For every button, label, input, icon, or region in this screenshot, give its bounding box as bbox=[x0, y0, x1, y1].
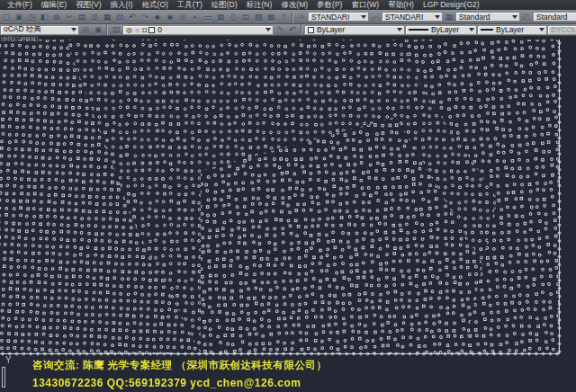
menu-item[interactable]: 帮助(H) bbox=[383, 0, 418, 10]
help-icon[interactable]: ? bbox=[277, 11, 290, 22]
qnew-icon[interactable]: ▢ bbox=[0, 11, 13, 22]
designcenter-icon[interactable]: ▦ bbox=[214, 11, 227, 22]
chevron-down-icon bbox=[435, 15, 440, 19]
undo-icon[interactable]: ↶ bbox=[126, 11, 139, 22]
linetype-value: ByLayer bbox=[431, 25, 459, 34]
zoom-previous-icon[interactable]: ◐ bbox=[189, 11, 202, 22]
menu-item[interactable]: 标注(N) bbox=[242, 0, 277, 10]
mleader-style-value: Standard bbox=[536, 13, 568, 22]
color-swatch bbox=[308, 27, 314, 33]
viewport-controls[interactable]: [俯视][二维线框] bbox=[1, 37, 38, 42]
properties-toolbar: oCAD 经典 ◎ ▣ ▤ ◍☼◘ 0 ✎ ↶ ByLayer bbox=[0, 24, 576, 36]
table-style-value: Standard bbox=[459, 13, 490, 22]
zoom-realtime-icon[interactable]: ◉ bbox=[164, 11, 176, 22]
menu-item[interactable]: 插入(I) bbox=[106, 0, 138, 10]
layer-on-icon: ◍ bbox=[126, 26, 132, 34]
menu-item[interactable]: 工具(T) bbox=[173, 0, 207, 10]
plot-preview-icon[interactable]: ◧ bbox=[38, 11, 50, 22]
plot-icon[interactable]: ◳ bbox=[25, 11, 38, 22]
chevron-down-icon bbox=[361, 15, 366, 19]
markup-icon[interactable]: ▨ bbox=[252, 11, 265, 22]
pan-icon[interactable]: ◈ bbox=[151, 11, 164, 22]
plot-style-value: BYCOLOR bbox=[551, 25, 576, 34]
contact-overlay: 咨询交流: 陈鹰 光学专案经理 （深圳市跃创达科技有限公司） 134306722… bbox=[32, 356, 563, 392]
lineweight-value: ByLayer bbox=[496, 25, 524, 34]
table-style-combo[interactable]: Standard bbox=[455, 12, 520, 22]
tool-palettes-icon[interactable]: ▯ bbox=[227, 11, 239, 22]
workspace-value: oCAD 经典 bbox=[4, 25, 41, 35]
cut-icon[interactable]: ✂ bbox=[63, 11, 76, 22]
lineweight-combo[interactable]: ByLayer bbox=[477, 25, 547, 35]
layer-properties-manager-icon[interactable]: ▤ bbox=[110, 24, 122, 36]
layer-color-swatch bbox=[148, 27, 155, 33]
dim-style-value: STANDARI bbox=[385, 13, 423, 22]
paste-block-icon[interactable]: ▦ bbox=[101, 11, 113, 22]
menu-item[interactable]: 参数(P) bbox=[312, 0, 346, 10]
layer-state-icons: ◍☼◘ bbox=[126, 26, 148, 34]
chevron-down-icon bbox=[266, 28, 271, 31]
contact-line2: 13430672236 QQ:569192379 ycd_chen@126.co… bbox=[32, 374, 563, 392]
contact-line1: 咨询交流: 陈鹰 光学专案经理 （深圳市跃创达科技有限公司） bbox=[32, 356, 563, 374]
sheetset-manager-icon[interactable]: ▤ bbox=[239, 11, 252, 22]
match-properties-icon[interactable]: ▧ bbox=[113, 11, 126, 22]
menu-item[interactable]: 修改(M) bbox=[276, 0, 312, 10]
zoom-window-icon[interactable]: ◎ bbox=[176, 11, 189, 22]
linetype-sample bbox=[409, 29, 428, 31]
text-style-value: STANDARI bbox=[311, 13, 349, 22]
lineweight-sample bbox=[481, 29, 493, 31]
menu-item[interactable]: 文件(F) bbox=[3, 0, 37, 10]
dim-style-combo[interactable]: STANDARI bbox=[382, 12, 443, 22]
chevron-down-icon bbox=[512, 15, 518, 19]
workspace-settings-icon[interactable]: ◎ bbox=[79, 24, 92, 36]
copy-icon[interactable]: ▤ bbox=[76, 11, 88, 22]
ucs-y-axis bbox=[2, 367, 5, 388]
menu-bar: 文件(F)编辑(E)视图(V)插入(I)格式(O)工具(T)绘图(D)标注(N)… bbox=[0, 0, 576, 10]
linetype-combo[interactable]: ByLayer bbox=[405, 25, 477, 35]
table-style-icon[interactable]: ▦ bbox=[443, 11, 455, 22]
color-value: ByLayer bbox=[317, 25, 345, 34]
mleader-style-icon[interactable]: ◸ bbox=[520, 11, 533, 22]
color-combo[interactable]: ByLayer bbox=[304, 25, 405, 35]
layer-lock-icon: ◘ bbox=[142, 26, 147, 34]
mleader-style-combo[interactable]: Standard bbox=[533, 12, 576, 22]
toolbar-separator bbox=[106, 24, 108, 35]
plot-style-combo: BYCOLOR bbox=[547, 25, 576, 35]
drawing-area[interactable]: [俯视][二维线框] Y 咨询交流: 陈鹰 光学专案经理 （深圳市跃创达科技有限… bbox=[0, 36, 576, 392]
drawing-canvas[interactable] bbox=[0, 36, 576, 392]
properties-palette-icon[interactable]: ▭ bbox=[202, 11, 214, 22]
chevron-down-icon bbox=[397, 28, 402, 31]
ucs-icon: Y bbox=[2, 355, 16, 388]
quickcalc-icon[interactable]: ▩ bbox=[265, 11, 277, 22]
standard-toolbar-icons: ▢▣◳◧◍✂▤▥▦▧↶↷◈◉◎◐▭▦▯▤▨▩? bbox=[0, 11, 290, 22]
workspace-combo[interactable]: oCAD 经典 bbox=[0, 25, 79, 35]
ucs-y-label: Y bbox=[2, 355, 16, 365]
layer-combo[interactable]: ◍☼◘ 0 bbox=[122, 25, 274, 35]
redo-icon[interactable]: ↷ bbox=[139, 11, 151, 22]
layer-freeze-icon: ☼ bbox=[134, 26, 140, 34]
standard-toolbar: ▢▣◳◧◍✂▤▥▦▧↶↷◈◉◎◐▭▦▯▤▨▩? A STANDARI ⌐ STA… bbox=[0, 10, 576, 24]
toolbar-separator bbox=[292, 12, 293, 22]
dim-style-icon[interactable]: ⌐ bbox=[369, 11, 382, 22]
menu-item[interactable]: 窗口(W) bbox=[346, 0, 383, 10]
make-object-layer-current-icon[interactable]: ✎ bbox=[274, 24, 286, 36]
autocad-window: 文件(F)编辑(E)视图(V)插入(I)格式(O)工具(T)绘图(D)标注(N)… bbox=[0, 0, 576, 392]
layer-name-value: 0 bbox=[158, 25, 162, 34]
publish-icon[interactable]: ◍ bbox=[50, 11, 63, 22]
text-style-combo[interactable]: STANDARI bbox=[308, 12, 369, 22]
save-icon[interactable]: ▣ bbox=[13, 11, 25, 22]
menu-item[interactable]: 绘图(D) bbox=[207, 0, 242, 10]
menu-item[interactable]: 视图(V) bbox=[71, 0, 105, 10]
menu-item[interactable]: 编辑(E) bbox=[37, 0, 71, 10]
chevron-down-icon bbox=[469, 28, 474, 31]
workspace-save-icon[interactable]: ▣ bbox=[92, 24, 104, 36]
menu-item[interactable]: 格式(O) bbox=[138, 0, 173, 10]
text-style-icon[interactable]: A bbox=[295, 11, 308, 22]
paste-icon[interactable]: ▥ bbox=[88, 11, 101, 22]
chevron-down-icon bbox=[539, 28, 544, 31]
chevron-down-icon bbox=[71, 28, 76, 31]
layer-previous-icon[interactable]: ↶ bbox=[286, 24, 299, 36]
toolbar-separator bbox=[301, 24, 302, 35]
menu-item[interactable]: LGP Design(G2) bbox=[418, 0, 484, 10]
